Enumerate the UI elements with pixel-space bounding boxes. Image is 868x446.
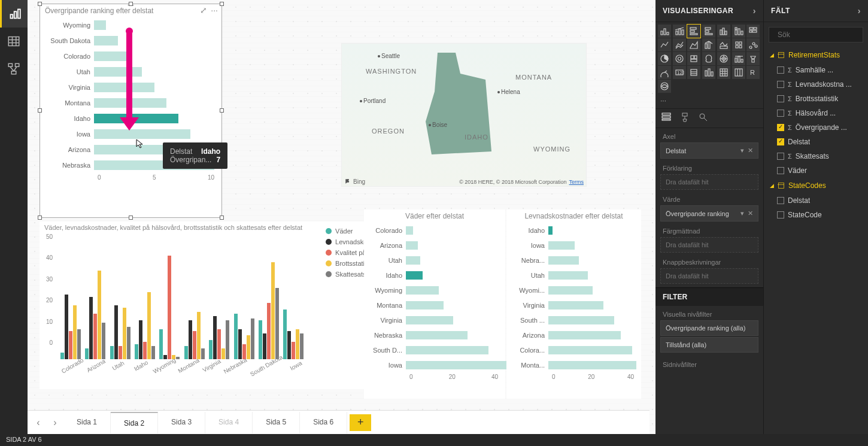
- collapse-pane-icon[interactable]: ›: [858, 6, 861, 16]
- viz-type-button[interactable]: [687, 25, 700, 38]
- viz-type-button[interactable]: [658, 80, 671, 93]
- viz-type-button[interactable]: [658, 25, 671, 38]
- viz-type-button[interactable]: [717, 66, 730, 79]
- field-item[interactable]: ΣHälsovård ...: [764, 106, 868, 120]
- bar-row[interactable]: South D...: [364, 342, 505, 357]
- map-visual[interactable]: Övergripande ranking efter delstat WASHI…: [341, 43, 587, 187]
- report-view-button[interactable]: [0, 0, 28, 28]
- format-tab-icon[interactable]: [681, 113, 689, 124]
- viz-type-button[interactable]: [717, 38, 730, 51]
- next-page-button[interactable]: ›: [47, 417, 63, 428]
- viz-type-button[interactable]: [732, 52, 745, 65]
- bar-row[interactable]: Wyomi...: [506, 283, 641, 298]
- page-tab[interactable]: Sida 6: [300, 412, 347, 433]
- value-well[interactable]: Övergripande ranking▾✕: [660, 205, 758, 222]
- more-options-icon[interactable]: ···: [211, 5, 218, 15]
- viz-type-button[interactable]: [673, 38, 686, 51]
- field-checkbox[interactable]: [777, 124, 784, 131]
- field-item[interactable]: ΣBrottsstatistik: [764, 92, 868, 106]
- bar-row[interactable]: Utah: [364, 253, 505, 268]
- bar-row[interactable]: Iowa: [506, 238, 641, 253]
- bar-row[interactable]: Arizona: [506, 327, 641, 342]
- bar-row[interactable]: Arizona: [364, 238, 505, 253]
- remove-field-icon[interactable]: ✕: [748, 210, 753, 217]
- bar-row[interactable]: Wyoming: [364, 283, 505, 298]
- viz-type-button[interactable]: R: [746, 66, 760, 79]
- bar-row[interactable]: Virginia: [506, 298, 641, 312]
- field-checkbox[interactable]: [777, 197, 784, 204]
- field-item[interactable]: Delstat: [764, 135, 868, 149]
- field-item[interactable]: ΣLevnadskostna ...: [764, 77, 868, 92]
- table-header[interactable]: ◢RetirementStats: [764, 47, 868, 63]
- viz-type-button[interactable]: [732, 66, 745, 79]
- viz-type-button[interactable]: [673, 52, 686, 65]
- visual-filter-item[interactable]: Övergripande ranking (alla): [660, 320, 758, 336]
- page-tab[interactable]: Sida 3: [158, 412, 205, 433]
- viz-type-button[interactable]: [702, 38, 715, 51]
- collapse-pane-icon[interactable]: ›: [753, 6, 756, 16]
- bar-row[interactable]: Colora...: [506, 342, 641, 357]
- field-checkbox[interactable]: [777, 66, 784, 74]
- field-item[interactable]: Väder: [764, 163, 868, 178]
- viz-type-button[interactable]: [746, 52, 760, 65]
- viz-type-button[interactable]: [687, 52, 700, 65]
- legend-well[interactable]: Dra datafält hit: [660, 174, 758, 190]
- viz-type-button[interactable]: [717, 25, 730, 38]
- field-checkbox[interactable]: [777, 153, 784, 160]
- data-view-button[interactable]: [0, 28, 28, 55]
- viz-type-button[interactable]: 123: [673, 66, 686, 79]
- bar-row[interactable]: Nebra...: [506, 253, 641, 268]
- bar-row[interactable]: South ...: [506, 312, 641, 327]
- bar-row[interactable]: Virginia: [364, 312, 505, 327]
- field-checkbox[interactable]: [777, 81, 784, 88]
- tooltip-well[interactable]: Dra datafält hit: [660, 268, 758, 284]
- field-checkbox[interactable]: [777, 110, 784, 117]
- viz-type-button[interactable]: [687, 66, 700, 79]
- field-item[interactable]: ΣSamhälle ...: [764, 63, 868, 77]
- field-search-input[interactable]: [778, 31, 867, 39]
- add-page-button[interactable]: +: [350, 414, 371, 431]
- viz-type-button[interactable]: [732, 25, 745, 38]
- viz-type-button[interactable]: [717, 52, 730, 65]
- table-header[interactable]: ◢StateCodes: [764, 178, 868, 193]
- prev-page-button[interactable]: ‹: [30, 417, 47, 428]
- viz-type-button[interactable]: [746, 25, 760, 38]
- viz-more-button[interactable]: ···: [655, 95, 763, 108]
- viz-type-button[interactable]: [658, 38, 671, 51]
- field-item[interactable]: StateCode: [764, 208, 868, 222]
- map-terms-link[interactable]: Terms: [569, 179, 584, 185]
- livingcost-bar-chart[interactable]: Levnadskostnader efter delstat IdahoIowa…: [506, 210, 641, 399]
- bar-row[interactable]: Montana: [364, 298, 505, 312]
- page-tab[interactable]: Sida 1: [63, 412, 111, 433]
- field-item[interactable]: ΣÖvergripande ...: [764, 120, 868, 135]
- field-checkbox[interactable]: [777, 167, 784, 174]
- field-item[interactable]: ΣSkattesats: [764, 149, 868, 163]
- fields-tab-icon[interactable]: [661, 113, 671, 124]
- field-search[interactable]: [769, 27, 863, 43]
- viz-type-button[interactable]: [658, 66, 671, 79]
- field-item[interactable]: Delstat: [764, 193, 868, 208]
- field-checkbox[interactable]: [777, 138, 784, 145]
- viz-type-button[interactable]: [673, 25, 686, 38]
- grouped-column-chart[interactable]: Väder, levnadskostnader, kvalitet på häl…: [40, 222, 391, 389]
- bar-row[interactable]: Nebraska: [364, 327, 505, 342]
- viz-type-button[interactable]: [702, 25, 715, 38]
- model-view-button[interactable]: [0, 55, 28, 83]
- weather-bar-chart[interactable]: Väder efter delstat ColoradoArizonaUtahI…: [364, 210, 505, 399]
- bar-row[interactable]: Monta...: [506, 357, 641, 372]
- analytics-tab-icon[interactable]: [699, 113, 708, 124]
- bar-row[interactable]: Utah: [506, 268, 641, 283]
- field-checkbox[interactable]: [777, 95, 784, 102]
- viz-type-button[interactable]: [687, 38, 700, 51]
- focus-mode-icon[interactable]: ⤢: [200, 5, 207, 15]
- axis-well[interactable]: Delstat▾✕: [660, 142, 758, 159]
- viz-type-button[interactable]: [702, 52, 715, 65]
- viz-type-button[interactable]: [732, 38, 745, 51]
- page-tab[interactable]: Sida 2: [111, 412, 158, 433]
- page-tab[interactable]: Sida 4: [205, 412, 253, 433]
- viz-type-button[interactable]: [746, 38, 760, 51]
- viz-type-button[interactable]: [702, 66, 715, 79]
- bar-row[interactable]: Idaho: [506, 223, 641, 238]
- viz-type-button[interactable]: [658, 52, 671, 65]
- visual-filter-item[interactable]: Tillstånd (alla): [660, 337, 758, 353]
